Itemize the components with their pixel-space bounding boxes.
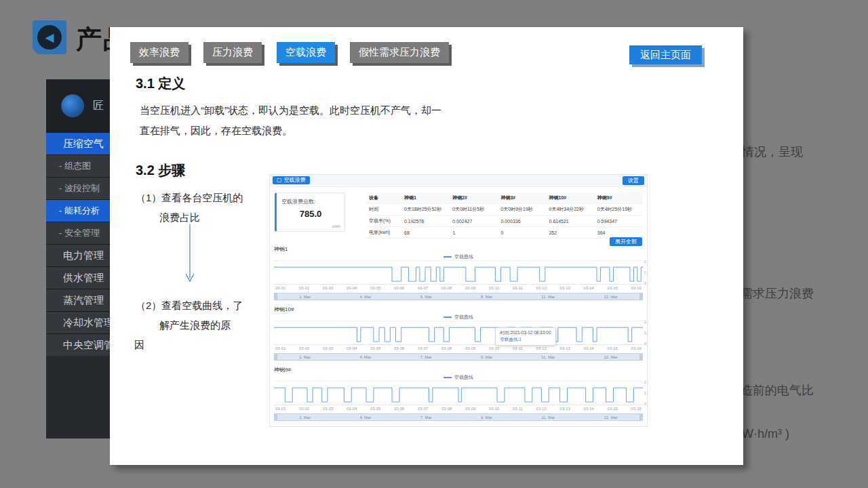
stat-label: 空载浪费总数: <box>281 198 344 205</box>
chart-plot-area[interactable]: 210时间:2021-03-12 08:33:00空载曲线:1 <box>274 321 643 345</box>
slide-background: ◀ 产品 匠 压缩空气- 组态图- 波段控制- 能耗分析- 安全管理电力管理供水… <box>0 0 868 488</box>
y-axis-ticks: 210 <box>644 260 646 285</box>
devices-table: 设备神钢1神钢2#神钢3#神钢10#神钢9# 时间0天18时25分52秒0天0时… <box>366 192 643 239</box>
tab-4[interactable]: 假性需求压力浪费 <box>350 42 449 63</box>
chart-tooltip: 时间:2021-03-12 08:33:00空载曲线:1 <box>495 327 555 346</box>
table-row: 时间0天18时25分52秒0天0时11分5秒0天0时0分19秒0天4时34分22… <box>366 204 643 216</box>
panel-icon: ▢ <box>277 176 282 184</box>
chart-plot-area[interactable]: 210 <box>274 260 643 285</box>
chart-device-label: 神钢10# <box>274 306 643 314</box>
table-cell: 1 <box>450 227 498 239</box>
noload-waste-tag: ▢ 空载浪费 <box>273 176 310 184</box>
definition-heading: 3.1 定义 <box>136 75 185 93</box>
table-cell: 0.594347 <box>595 216 643 227</box>
legend-line-icon <box>443 317 452 318</box>
table-cell: 0.000336 <box>498 216 546 227</box>
definition-text: 当空压机进入“卸载”状态，即认为是空载。此时空压机不产气，却一 直在排气，因此，… <box>140 100 506 141</box>
table-header-cell: 神钢9# <box>595 192 643 204</box>
table-cell: 0.002427 <box>450 216 498 227</box>
tab-2[interactable]: 压力浪费 <box>203 42 262 63</box>
bg-text-fragment: 需求压力浪费 <box>741 285 814 302</box>
dashboard-screenshot: ▢ 空载浪费 设置 空载浪费总数: 785.0 kWh 设备神钢1神钢2#神钢3… <box>269 174 648 427</box>
return-home-button[interactable]: 返回主页面 <box>629 45 702 64</box>
row-label: 空载率(%) <box>366 216 401 227</box>
table-cell: 364 <box>595 227 643 239</box>
table-cell: 352 <box>547 227 595 239</box>
table-cell: 0天0时0分19秒 <box>498 204 546 216</box>
table-cell: 0.192578 <box>401 216 450 227</box>
legend-label: 空载曲线 <box>454 374 473 381</box>
table-cell: 68 <box>401 227 450 239</box>
legend-label: 空载曲线 <box>454 253 473 260</box>
step-1-text: （1）查看各台空压机的 浪费占比 <box>136 188 243 227</box>
chart-legend[interactable]: 空载曲线 <box>274 253 643 260</box>
chart-legend[interactable]: 空载曲线 <box>274 374 643 381</box>
row-label: 时间 <box>366 204 401 216</box>
down-arrow-icon <box>182 223 198 284</box>
datazoom-slider[interactable]: 2. Mar4. Mar7. Mar9. Mar11. Mar12. Mar <box>274 413 643 421</box>
legend-line-icon <box>443 377 452 378</box>
steps-heading: 3.2 步骤 <box>136 161 185 180</box>
bg-text-fragment: 情况，呈现 <box>742 144 803 160</box>
tab-1[interactable]: 效率浪费 <box>130 42 189 63</box>
stat-value: 785.0 <box>277 209 344 219</box>
dashboard-header: ▢ 空载浪费 设置 <box>270 175 647 187</box>
x-axis-labels: 03-0103-0203-0303-0403-0503-0603-0703-08… <box>274 405 643 412</box>
noload-curve-charts: 神钢1空载曲线21003-0103-0203-0303-0403-0503-06… <box>274 245 643 426</box>
step-2-text: （2）查看空载曲线，了 解产生浪费的原 因 <box>136 296 243 354</box>
table-cell: 0天18时25分52秒 <box>401 204 450 216</box>
datazoom-slider[interactable]: 1. Mar4. Mar7. Mar9. Mar11. Mar12. Mar <box>274 353 643 361</box>
table-cell: 0.614521 <box>547 216 595 227</box>
content-overlay-panel: 效率浪费压力浪费空载浪费假性需求压力浪费 返回主页面 3.1 定义 当空压机进入… <box>110 27 743 465</box>
table-cell: 0 <box>498 227 546 239</box>
legend-label: 空载曲线 <box>454 314 473 321</box>
legend-line-icon <box>443 256 452 258</box>
app-logo-icon <box>61 94 84 117</box>
row-label: 电量(kwh) <box>366 227 401 239</box>
table-row: 电量(kwh)6810352364 <box>366 227 643 239</box>
table-header-cell: 神钢3# <box>498 192 546 204</box>
table-header-cell: 设备 <box>366 192 401 204</box>
settings-button[interactable]: 设置 <box>623 176 644 185</box>
bg-text-fragment: 造前的电气比 <box>741 382 814 399</box>
noload-total-card: 空载浪费总数: 785.0 kWh <box>275 192 345 232</box>
table-header-cell: 神钢1 <box>401 192 450 204</box>
y-axis-ticks: 210 <box>644 320 646 346</box>
chart-神钢9#: 神钢9#空载曲线21003-0103-0203-0303-0403-0503-0… <box>274 366 643 421</box>
sidebar-logo-label: 匠 <box>93 99 104 113</box>
table-header-cell: 神钢10# <box>547 192 595 204</box>
x-axis-labels: 03-0103-0203-0303-0403-0503-0603-0703-08… <box>274 345 643 352</box>
chart-device-label: 神钢1 <box>274 245 643 253</box>
table-row: 空载率(%)0.1925780.0024270.0003360.6145210.… <box>366 216 643 227</box>
table-cell: 0天0时11分5秒 <box>450 204 498 216</box>
chart-plot-area[interactable]: 210 <box>274 381 643 405</box>
datazoom-slider[interactable]: 1. Mar4. Mar6. Mar8. Mar11. Mar12. Mar <box>274 293 643 300</box>
x-axis-labels: 03-0103-0203-0303-0403-0503-0603-0703-08… <box>274 285 643 291</box>
chart-神钢10#: 神钢10#空载曲线210时间:2021-03-12 08:33:00空载曲线:1… <box>274 306 643 361</box>
chart-神钢1: 神钢1空载曲线21003-0103-0203-0303-0403-0503-06… <box>274 245 643 300</box>
bg-text-fragment: W·h/m³ ) <box>742 427 789 441</box>
table-cell: 0天4时34分22秒 <box>547 204 595 216</box>
table-header-cell: 神钢2# <box>450 192 498 204</box>
chart-device-label: 神钢9# <box>274 366 643 374</box>
back-arrow-glyph: ◀ <box>37 25 62 49</box>
tab-3[interactable]: 空载浪费 <box>277 42 335 63</box>
chart-legend[interactable]: 空载曲线 <box>274 314 643 321</box>
waste-type-tabs: 效率浪费压力浪费空载浪费假性需求压力浪费 <box>130 42 449 63</box>
table-cell: 0天4时25分19秒 <box>595 204 643 216</box>
y-axis-ticks: 210 <box>644 380 646 406</box>
back-arrow-icon[interactable]: ◀ <box>33 20 66 54</box>
stat-unit: kWh <box>332 224 340 228</box>
